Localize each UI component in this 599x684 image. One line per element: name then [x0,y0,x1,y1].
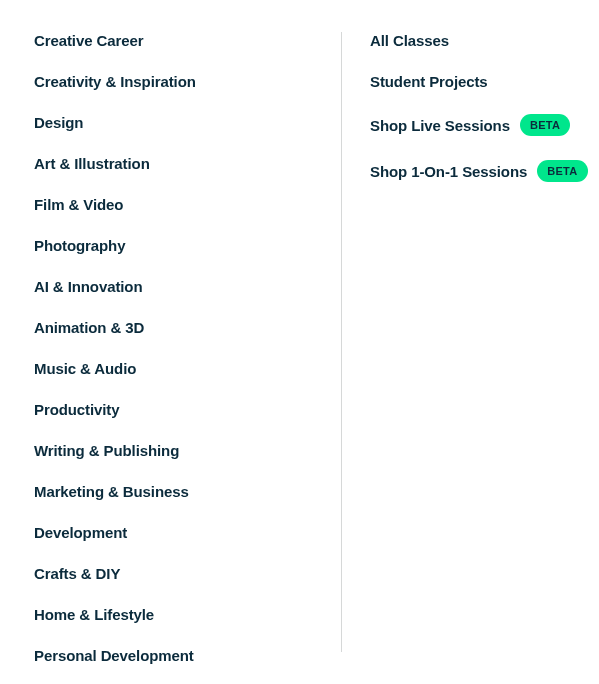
category-link[interactable]: Crafts & DIY [34,565,120,582]
left-column: Creative Career Creativity & Inspiration… [34,32,342,652]
category-item-photography[interactable]: Photography [34,237,341,254]
category-link[interactable]: Photography [34,237,125,254]
category-link[interactable]: Development [34,524,127,541]
category-link[interactable]: Writing & Publishing [34,442,179,459]
secondary-link[interactable]: Shop Live Sessions [370,117,510,134]
secondary-link[interactable]: Student Projects [370,73,488,90]
beta-badge: BETA [537,160,587,182]
category-item-music-audio[interactable]: Music & Audio [34,360,341,377]
category-item-marketing-business[interactable]: Marketing & Business [34,483,341,500]
secondary-item-all-classes[interactable]: All Classes [370,32,599,49]
category-link[interactable]: Home & Lifestyle [34,606,154,623]
secondary-item-student-projects[interactable]: Student Projects [370,73,599,90]
secondary-link[interactable]: All Classes [370,32,449,49]
category-item-development[interactable]: Development [34,524,341,541]
category-link[interactable]: Personal Development [34,647,194,664]
category-item-art-illustration[interactable]: Art & Illustration [34,155,341,172]
beta-badge: BETA [520,114,570,136]
category-link[interactable]: Marketing & Business [34,483,189,500]
category-item-productivity[interactable]: Productivity [34,401,341,418]
category-link[interactable]: AI & Innovation [34,278,143,295]
category-link[interactable]: Music & Audio [34,360,136,377]
category-item-film-video[interactable]: Film & Video [34,196,341,213]
category-item-creative-career[interactable]: Creative Career [34,32,341,49]
right-column: All Classes Student Projects Shop Live S… [342,32,599,652]
category-item-home-lifestyle[interactable]: Home & Lifestyle [34,606,341,623]
category-list: Creative Career Creativity & Inspiration… [34,32,341,664]
category-item-ai-innovation[interactable]: AI & Innovation [34,278,341,295]
category-item-personal-development[interactable]: Personal Development [34,647,341,664]
category-item-writing-publishing[interactable]: Writing & Publishing [34,442,341,459]
secondary-link[interactable]: Shop 1-On-1 Sessions [370,163,527,180]
category-link[interactable]: Film & Video [34,196,123,213]
secondary-list: All Classes Student Projects Shop Live S… [370,32,599,182]
menu-container: Creative Career Creativity & Inspiration… [0,0,599,684]
category-item-animation-3d[interactable]: Animation & 3D [34,319,341,336]
category-item-creativity-inspiration[interactable]: Creativity & Inspiration [34,73,341,90]
category-link[interactable]: Animation & 3D [34,319,144,336]
category-item-crafts-diy[interactable]: Crafts & DIY [34,565,341,582]
category-link[interactable]: Creative Career [34,32,143,49]
category-link[interactable]: Design [34,114,83,131]
category-link[interactable]: Art & Illustration [34,155,150,172]
category-link[interactable]: Creativity & Inspiration [34,73,196,90]
secondary-item-shop-1on1-sessions[interactable]: Shop 1-On-1 Sessions BETA [370,160,599,182]
secondary-item-shop-live-sessions[interactable]: Shop Live Sessions BETA [370,114,599,136]
category-item-design[interactable]: Design [34,114,341,131]
category-link[interactable]: Productivity [34,401,119,418]
